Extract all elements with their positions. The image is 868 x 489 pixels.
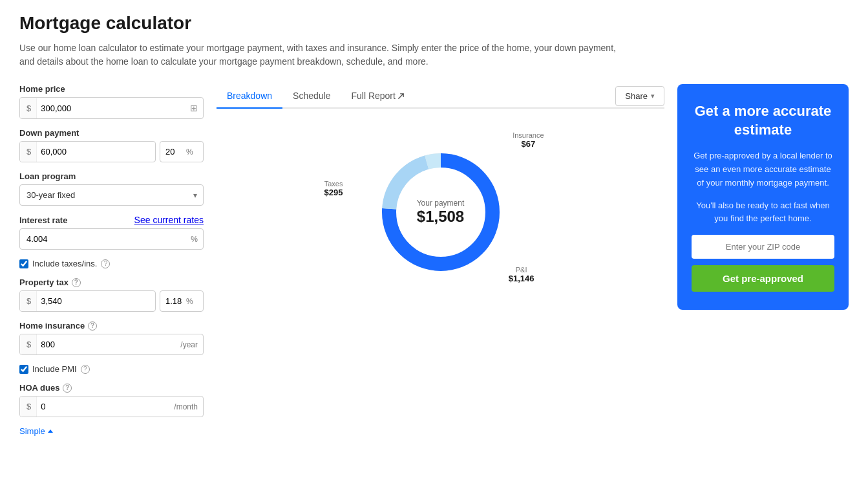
left-panel: Home price $ ⊞ Down payment $ % [19,84,204,436]
taxes-label: Taxes $295 [324,180,343,197]
include-taxes-label: Include taxes/ins. [32,259,97,268]
hoa-dues-prefix: $ [20,397,37,417]
interest-rate-input[interactable] [20,229,188,249]
down-payment-prefix: $ [20,142,37,162]
include-taxes-checkbox[interactable] [19,259,28,268]
intro-text: Use our home loan calculator to estimate… [19,41,620,69]
home-insurance-prefix: $ [20,334,37,354]
include-pmi-label: Include PMI [32,364,77,374]
home-insurance-help-icon[interactable]: ? [88,321,97,331]
insurance-label: Insurance $67 [513,131,544,149]
property-tax-input-wrapper: $ /year [19,290,156,312]
donut-center: Your payment $1,508 [417,199,465,226]
include-pmi-checkbox[interactable] [19,365,28,374]
right-panel-desc1: Get pre-approved by a local lender to se… [692,149,834,190]
loan-program-select-wrapper: 30-year fixed 15-year fixed 5/1 ARM 7/1 … [19,184,204,206]
property-tax-pct-wrapper: % [160,290,204,312]
down-payment-pct-wrapper: % [160,141,204,162]
right-panel: Get a more accurate estimate Get pre-app… [677,84,849,310]
home-price-field: Home price $ ⊞ [19,84,204,119]
property-tax-label: Property tax [19,277,69,287]
page-title: Mortgage calculator [19,13,849,34]
interest-rate-label: Interest rate [19,215,67,225]
center-panel: Breakdown Schedule Full Report Share Ins… [217,84,664,303]
include-pmi-help-icon[interactable]: ? [81,365,90,374]
tabs-row: Breakdown Schedule Full Report Share [217,84,664,109]
donut-center-amount: $1,508 [417,208,465,226]
property-tax-pct-input[interactable] [160,291,185,311]
down-payment-pct-suffix: % [185,142,198,162]
zip-input[interactable] [692,235,834,259]
hoa-dues-input[interactable] [37,397,171,417]
property-tax-row: $ /year % [19,290,204,312]
down-payment-input[interactable] [37,142,155,162]
share-button[interactable]: Share [615,86,664,106]
loan-program-select[interactable]: 30-year fixed 15-year fixed 5/1 ARM 7/1 … [19,184,204,206]
home-insurance-input-wrapper: $ /year [19,334,204,355]
get-approved-button[interactable]: Get pre-approved [692,265,834,292]
interest-label-row: Interest rate See current rates [19,215,204,225]
down-payment-pct-input[interactable] [160,142,185,162]
tab-full-report[interactable]: Full Report [341,84,414,109]
external-link-icon [397,92,405,100]
down-payment-row: $ % [19,141,204,162]
interest-rate-field: Interest rate See current rates % [19,215,204,250]
property-tax-field: Property tax ? $ /year % [19,277,204,312]
home-insurance-suffix: /year [178,335,203,354]
right-panel-title: Get a more accurate estimate [692,102,834,139]
interest-rate-suffix: % [188,230,203,249]
hoa-dues-input-wrapper: $ /month [19,396,204,417]
tab-breakdown[interactable]: Breakdown [217,84,282,109]
property-tax-suffix: /year [153,292,156,311]
hoa-dues-label: HOA dues [19,383,59,393]
home-price-input[interactable] [37,98,185,118]
include-taxes-help-icon[interactable]: ? [101,259,110,268]
interest-rate-input-wrapper: % [19,228,204,250]
donut-wrapper: Your payment $1,508 [376,147,505,277]
property-tax-pct-suffix: % [185,292,198,311]
see-current-rates-link[interactable]: See current rates [134,215,204,225]
loan-program-label: Loan program [19,171,76,181]
home-price-prefix: $ [20,98,37,118]
chevron-up-icon [48,429,53,433]
pi-label: P&I $1,146 [509,266,535,283]
loan-program-field: Loan program 30-year fixed 15-year fixed… [19,171,204,206]
property-tax-input[interactable] [37,291,153,311]
tabs: Breakdown Schedule Full Report [217,84,415,107]
include-pmi-row: Include PMI ? [19,364,204,374]
down-payment-input-wrapper: $ [19,141,156,162]
property-tax-prefix: $ [20,291,37,311]
home-price-icon[interactable]: ⊞ [185,98,203,118]
hoa-dues-field: HOA dues ? $ /month [19,383,204,417]
include-taxes-row: Include taxes/ins. ? [19,259,204,268]
down-payment-label: Down payment [19,128,79,138]
down-payment-field: Down payment $ % [19,128,204,162]
property-tax-help-icon[interactable]: ? [72,278,81,287]
home-insurance-input[interactable] [37,334,178,354]
simple-link[interactable]: Simple [19,426,204,436]
hoa-dues-help-icon[interactable]: ? [63,384,72,393]
home-insurance-field: Home insurance ? $ /year [19,321,204,355]
hoa-dues-suffix: /month [171,397,203,417]
right-panel-desc2: You'll also be ready to act fast when yo… [692,199,834,226]
tab-full-report-label: Full Report [351,91,395,101]
home-price-label: Home price [19,84,65,94]
home-insurance-label: Home insurance [19,321,85,331]
home-price-input-wrapper: $ ⊞ [19,97,204,119]
chart-area: Insurance $67 Taxes $295 P&I $1,146 [217,122,664,303]
tab-schedule[interactable]: Schedule [282,84,341,109]
donut-center-label: Your payment [417,199,465,208]
